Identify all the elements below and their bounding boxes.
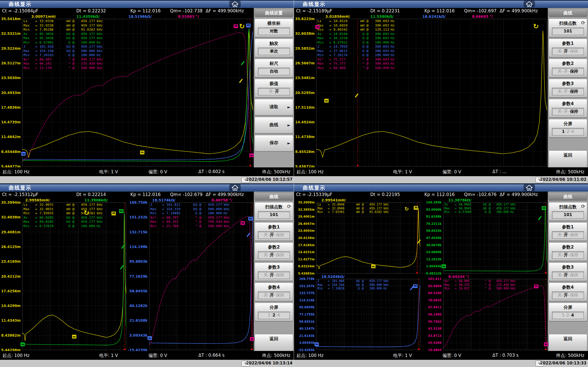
marker-M: M (240, 221, 245, 225)
y-tick: 26.5667m (294, 61, 315, 65)
legend-cell: kΩ (351, 279, 360, 283)
legend-row: Max=32.8948mH@459.177kHz (317, 207, 389, 210)
sidebar-button-1[interactable]: 参数1关-开-保持 (549, 222, 587, 241)
curve-ls (22, 214, 126, 341)
home-icon[interactable] (229, 184, 241, 191)
plot-area: Ls=32.8948mH@459.177kHzMax=32.8948mH@459… (316, 202, 420, 274)
legend-row: Ls=32.8948mH@459.177kHz (317, 203, 389, 207)
y-tick: 114.198k (126, 245, 148, 249)
sidebar-button-3[interactable]: 参数3关-开-保持 (255, 262, 293, 281)
sidebar-button-4[interactable]: 读取► (255, 99, 293, 115)
measurement-4: ΔF = 499.900kHz (500, 192, 538, 197)
marker-M: M (246, 23, 251, 28)
legend-cell: 94.341 (39, 62, 62, 66)
marker-M: M (119, 209, 124, 213)
y-tick: 36.0678k (420, 243, 442, 247)
value-option: 开 (275, 89, 279, 94)
chart-1: 18.5174kΩ/8.46758 °/169.750k151.232k132.… (127, 198, 254, 351)
y-tick: 8.43862m (0, 333, 21, 337)
home-icon[interactable] (229, 1, 241, 7)
legend-cell: Ω (351, 287, 360, 291)
legend-cell: Min (23, 224, 35, 228)
y-tick: 59.1986 (420, 313, 442, 316)
sidebar-button-0[interactable]: 扫描点数⟳101 (255, 202, 293, 221)
legend-cell: = (455, 279, 459, 283)
sidebar-button-5[interactable]: 分屏1-2-4 (549, 303, 587, 321)
legend-cell: kHz (95, 45, 103, 49)
y-tick: 25.4289 (420, 341, 442, 345)
return-button[interactable]: 返回 (549, 150, 587, 167)
return-button[interactable]: 返回 (549, 334, 587, 351)
y-tick: 3.09393k (294, 341, 315, 345)
sidebar-button-3[interactable]: 参数3关-开-保持 (549, 79, 587, 97)
sweep-cursor-triangle (356, 164, 359, 166)
legend-cell: Ω (356, 53, 364, 57)
sidebar-button-0[interactable]: 横坐标对数 (255, 19, 293, 37)
value-option: 保持 (276, 272, 284, 277)
legend-cell: = (162, 220, 166, 224)
legend-cell: 94.9045 (459, 203, 478, 207)
sidebar-button-5[interactable]: 分屏1-2-4 (549, 119, 587, 138)
home-icon[interactable] (524, 184, 535, 191)
value-option: 开 (564, 89, 568, 94)
legend-cell: 68.797 (166, 216, 189, 220)
sidebar-button-1[interactable]: 参数1关-开-保持 (255, 222, 293, 241)
rotate-arrow-icon: ↻ (239, 23, 245, 30)
sidebar-button-1[interactable]: 参数1关-开-保持 (549, 39, 587, 57)
legend-cell: = (35, 53, 39, 57)
sidebar-button-4[interactable]: 参数4关-开-保持 (549, 283, 587, 301)
legend-cell: @ (197, 211, 204, 216)
legend: Ls=32.9031mH@459.177kHzMax=32.9031mH@459… (23, 203, 103, 228)
legend-cell: ° (189, 216, 197, 220)
legend-cell: 9.69342 (333, 28, 356, 32)
sidebar-button-2[interactable]: 标尺自动 (255, 59, 293, 77)
sidebar-button-2[interactable]: 参数2关-开-保持 (255, 242, 293, 261)
legend-cell: kΩ (189, 203, 197, 207)
legend-cell: 7.95286 (39, 28, 62, 32)
status-item-0: 起点: 100 Hz (297, 169, 324, 175)
legend-cell: ° (356, 57, 364, 62)
legend-cell: @ (70, 45, 77, 49)
y-tick: 17.4836m (0, 105, 21, 109)
value-option: 开 (564, 109, 568, 114)
value-option: 1 (562, 129, 565, 134)
scale-per-div-2: 18.6241kΩ/ (422, 14, 446, 19)
sidebar-button-6[interactable]: 保存► (255, 135, 293, 151)
legend-cell: 66.000 (333, 66, 356, 70)
value-option: 开 (564, 49, 568, 54)
status-item-3: ΔT : 0.664 s (198, 353, 224, 358)
legend-cell: Hz (222, 211, 228, 216)
legend-cell: @ (70, 66, 77, 70)
y-tick: 169.750k (126, 200, 148, 204)
button-label: 参数4 (549, 283, 587, 290)
legend-cell: @ (70, 224, 77, 228)
chart-region: 3.00971mH/11.4359kΩ/18.5196kΩ/8.53983 °/… (0, 14, 254, 167)
home-icon-glyph (232, 185, 238, 191)
legend-cell: kHz (382, 207, 389, 210)
sidebar-button-1[interactable]: 触发单次 (255, 39, 293, 57)
sidebar-button-3[interactable]: 极值关-开 (255, 79, 293, 97)
curve-z (316, 285, 420, 347)
y-tick: 77.1629k (126, 274, 148, 278)
scale-row: 8.44244 °/ (443, 275, 547, 279)
legend-cell: @ (487, 283, 493, 287)
return-button[interactable]: 返回 (255, 334, 293, 351)
sidebar-button-3[interactable]: 参数3关-开-保持 (549, 262, 587, 281)
value-separator: - (562, 293, 564, 297)
scale-row: 2.99565mH/11.3906kΩ/ (22, 198, 126, 202)
legend-cell: 94.375 (459, 283, 478, 287)
sidebar-button-4[interactable]: 参数4关-开-保持 (549, 99, 587, 117)
sidebar-button-0[interactable]: 扫描点数⟳101 (549, 19, 587, 37)
home-icon[interactable] (524, 1, 535, 7)
sidebar-button-5[interactable]: 分屏1-2-4 (255, 303, 293, 321)
sidebar-button-2[interactable]: 参数2关-开-保持 (549, 242, 587, 261)
legend-cell: @ (360, 210, 366, 214)
title-bar: 曲线显示 (294, 0, 588, 8)
sidebar-button-5[interactable]: 曲线► (255, 117, 293, 133)
legend-row: Max=94.9285kΩ@459.177kHz (23, 220, 103, 224)
legend-cell: ° (62, 57, 70, 62)
sidebar-button-4[interactable]: 参数4关-开-保持 (255, 283, 293, 301)
sidebar-button-2[interactable]: 参数2关-开-保持 (549, 59, 587, 77)
value-option: 关 (264, 293, 268, 297)
sidebar-button-0[interactable]: 扫描点数⟳101 (549, 202, 587, 221)
